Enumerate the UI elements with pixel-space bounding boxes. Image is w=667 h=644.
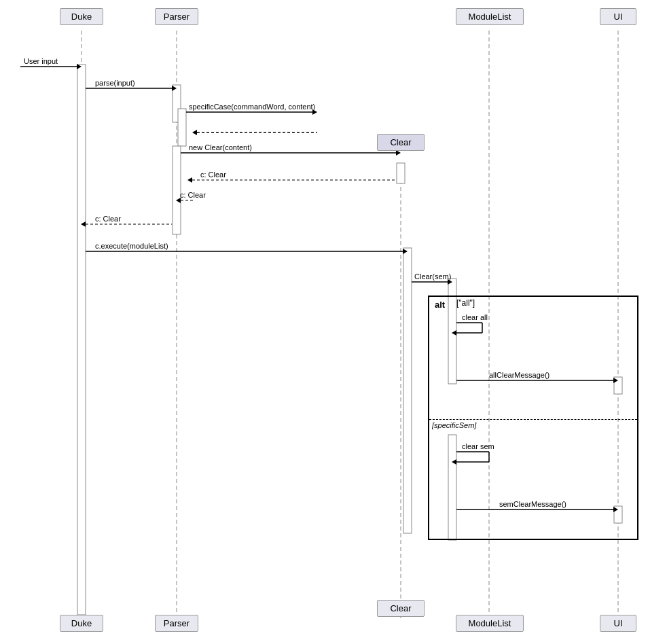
actor-parser-top: Parser [155, 8, 198, 25]
msg-user-input: User input [24, 57, 58, 65]
alt-box: alt ["all"] [specificSem] [428, 296, 638, 540]
actor-modulelist-bottom: ModuleList [456, 615, 524, 632]
sequence-diagram: Duke Parser Clear ModuleList UI User inp… [0, 0, 667, 644]
msg-clear-sem: Clear(sem) [414, 272, 451, 281]
svg-rect-8 [173, 146, 181, 234]
actor-clear-top: Clear [377, 134, 425, 151]
alt-divider [429, 419, 637, 420]
actor-duke-top: Duke [60, 8, 103, 25]
actor-ui-bottom: UI [600, 615, 636, 632]
msg-new-clear: new Clear(content) [189, 143, 252, 151]
alt-condition-all: ["all"] [456, 298, 475, 308]
alt-condition-specific: [specificSem] [432, 421, 476, 429]
msg-c-clear-3: c: Clear [95, 215, 121, 223]
msg-specific-case: specificCase(commandWord, content) [189, 103, 315, 111]
actor-parser-bottom: Parser [155, 615, 198, 632]
svg-rect-9 [397, 163, 405, 183]
svg-marker-22 [192, 130, 197, 135]
alt-label: alt [432, 298, 448, 311]
svg-marker-26 [187, 177, 192, 183]
svg-marker-18 [172, 86, 177, 91]
actor-duke-bottom: Duke [60, 615, 103, 632]
msg-c-clear-1: c: Clear [200, 171, 226, 179]
msg-parse-input: parse(input) [95, 79, 135, 87]
svg-marker-32 [403, 249, 408, 254]
msg-c-clear-2: c: Clear [180, 191, 206, 199]
actor-ui-top: UI [600, 8, 636, 25]
svg-marker-24 [396, 150, 401, 156]
svg-rect-6 [173, 85, 181, 122]
svg-marker-16 [77, 64, 82, 69]
svg-rect-10 [403, 248, 412, 533]
svg-rect-5 [77, 65, 86, 615]
actor-modulelist-top: ModuleList [456, 8, 524, 25]
svg-rect-7 [178, 109, 186, 146]
msg-c-execute: c.execute(moduleList) [95, 242, 168, 250]
actor-clear-bottom: Clear [377, 600, 425, 617]
svg-marker-30 [81, 221, 86, 227]
